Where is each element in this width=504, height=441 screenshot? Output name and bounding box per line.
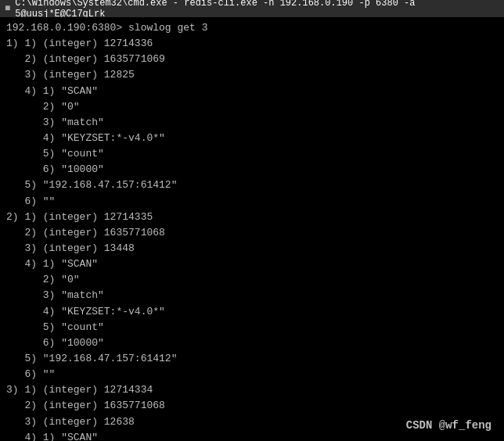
terminal-content: 192.168.0.190:6380> slowlog get 3 1) 1) … xyxy=(6,20,498,441)
title-bar: ■ C:\Windows\System32\cmd.exe - redis-cl… xyxy=(0,0,504,17)
terminal-body: 192.168.0.190:6380> slowlog get 3 1) 1) … xyxy=(0,17,504,441)
title-bar-icon: ■ xyxy=(5,3,10,14)
watermark: CSDN @wf_feng xyxy=(406,419,491,432)
